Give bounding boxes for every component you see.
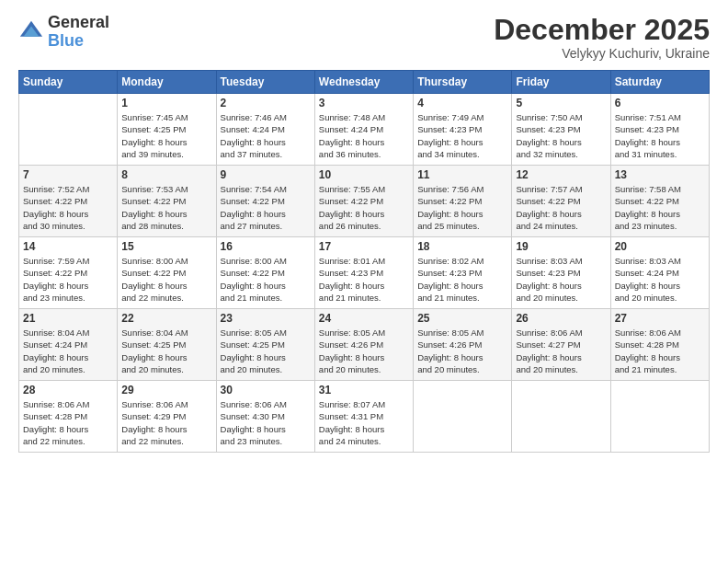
calendar-cell: 15Sunrise: 8:00 AMSunset: 4:22 PMDayligh…: [118, 237, 216, 309]
location: Velykyy Kuchuriv, Ukraine: [494, 46, 710, 61]
calendar-cell: 13Sunrise: 7:58 AMSunset: 4:22 PMDayligh…: [610, 166, 709, 237]
day-info: Sunrise: 8:06 AMSunset: 4:29 PMDaylight:…: [121, 398, 211, 447]
day-number: 5: [516, 97, 606, 109]
day-number: 1: [121, 97, 211, 109]
calendar-cell: 11Sunrise: 7:56 AMSunset: 4:22 PMDayligh…: [414, 166, 512, 237]
day-info: Sunrise: 7:52 AMSunset: 4:22 PMDaylight:…: [23, 183, 113, 232]
day-header: Sunday: [19, 71, 118, 94]
day-info: Sunrise: 7:50 AMSunset: 4:23 PMDaylight:…: [516, 111, 606, 160]
calendar-cell: 22Sunrise: 8:04 AMSunset: 4:25 PMDayligh…: [118, 309, 216, 381]
day-number: 29: [121, 384, 211, 396]
calendar-week-row: 1Sunrise: 7:45 AMSunset: 4:25 PMDaylight…: [19, 94, 710, 166]
calendar-cell: 12Sunrise: 7:57 AMSunset: 4:22 PMDayligh…: [512, 166, 610, 237]
calendar-week-row: 7Sunrise: 7:52 AMSunset: 4:22 PMDaylight…: [19, 166, 710, 237]
day-info: Sunrise: 8:05 AMSunset: 4:26 PMDaylight:…: [319, 327, 409, 375]
month-title: December 2025: [494, 14, 710, 46]
day-number: 22: [121, 312, 211, 325]
day-number: 3: [319, 97, 409, 109]
day-info: Sunrise: 7:51 AMSunset: 4:23 PMDaylight:…: [615, 111, 705, 160]
day-info: Sunrise: 8:06 AMSunset: 4:28 PMDaylight:…: [615, 327, 705, 375]
page: General Blue December 2025 Velykyy Kuchu…: [0, 0, 728, 563]
day-info: Sunrise: 7:49 AMSunset: 4:23 PMDaylight:…: [417, 111, 507, 160]
day-header: Tuesday: [216, 71, 314, 94]
day-number: 11: [417, 168, 507, 181]
day-info: Sunrise: 8:03 AMSunset: 4:24 PMDaylight:…: [615, 255, 705, 304]
day-info: Sunrise: 8:05 AMSunset: 4:25 PMDaylight:…: [221, 327, 311, 375]
calendar-week-row: 14Sunrise: 7:59 AMSunset: 4:22 PMDayligh…: [19, 237, 710, 309]
day-number: 19: [516, 240, 606, 253]
day-info: Sunrise: 7:56 AMSunset: 4:22 PMDaylight:…: [417, 183, 507, 232]
day-number: 17: [319, 240, 409, 253]
day-info: Sunrise: 8:04 AMSunset: 4:25 PMDaylight:…: [121, 327, 211, 375]
title-section: December 2025 Velykyy Kuchuriv, Ukraine: [494, 14, 710, 61]
day-number: 14: [23, 240, 113, 253]
calendar-cell: 23Sunrise: 8:05 AMSunset: 4:25 PMDayligh…: [216, 309, 314, 381]
day-info: Sunrise: 8:06 AMSunset: 4:27 PMDaylight:…: [516, 327, 606, 375]
calendar-cell: 24Sunrise: 8:05 AMSunset: 4:26 PMDayligh…: [314, 309, 413, 381]
logo: General Blue: [18, 14, 109, 51]
logo-text: General Blue: [48, 14, 109, 51]
calendar-cell: 7Sunrise: 7:52 AMSunset: 4:22 PMDaylight…: [19, 166, 118, 237]
day-header: Monday: [118, 71, 216, 94]
day-number: 20: [615, 240, 705, 253]
calendar-cell: 26Sunrise: 8:06 AMSunset: 4:27 PMDayligh…: [512, 309, 610, 381]
calendar-cell: 6Sunrise: 7:51 AMSunset: 4:23 PMDaylight…: [610, 94, 709, 166]
calendar-cell: 19Sunrise: 8:03 AMSunset: 4:23 PMDayligh…: [512, 237, 610, 309]
calendar-cell: 30Sunrise: 8:06 AMSunset: 4:30 PMDayligh…: [216, 381, 314, 453]
day-info: Sunrise: 8:06 AMSunset: 4:28 PMDaylight:…: [23, 398, 113, 447]
day-info: Sunrise: 8:00 AMSunset: 4:22 PMDaylight:…: [221, 255, 311, 304]
day-number: 10: [319, 168, 409, 181]
day-number: 27: [615, 312, 705, 325]
day-header: Thursday: [414, 71, 512, 94]
day-info: Sunrise: 7:53 AMSunset: 4:22 PMDaylight:…: [121, 183, 211, 232]
day-header: Wednesday: [314, 71, 413, 94]
calendar-cell: [610, 381, 709, 453]
calendar-cell: 25Sunrise: 8:05 AMSunset: 4:26 PMDayligh…: [414, 309, 512, 381]
calendar-cell: 1Sunrise: 7:45 AMSunset: 4:25 PMDaylight…: [118, 94, 216, 166]
day-number: 15: [121, 240, 211, 253]
day-number: 2: [221, 97, 311, 109]
calendar-cell: 9Sunrise: 7:54 AMSunset: 4:22 PMDaylight…: [216, 166, 314, 237]
calendar-cell: 27Sunrise: 8:06 AMSunset: 4:28 PMDayligh…: [610, 309, 709, 381]
calendar-cell: 4Sunrise: 7:49 AMSunset: 4:23 PMDaylight…: [414, 94, 512, 166]
day-number: 21: [23, 312, 113, 325]
day-info: Sunrise: 7:54 AMSunset: 4:22 PMDaylight:…: [221, 183, 311, 232]
day-info: Sunrise: 8:02 AMSunset: 4:23 PMDaylight:…: [417, 255, 507, 304]
day-number: 4: [417, 97, 507, 109]
calendar-cell: 3Sunrise: 7:48 AMSunset: 4:24 PMDaylight…: [314, 94, 413, 166]
day-info: Sunrise: 8:01 AMSunset: 4:23 PMDaylight:…: [319, 255, 409, 304]
header: General Blue December 2025 Velykyy Kuchu…: [18, 14, 710, 61]
calendar-cell: 21Sunrise: 8:04 AMSunset: 4:24 PMDayligh…: [19, 309, 118, 381]
calendar-cell: 31Sunrise: 8:07 AMSunset: 4:31 PMDayligh…: [314, 381, 413, 453]
calendar-week-row: 28Sunrise: 8:06 AMSunset: 4:28 PMDayligh…: [19, 381, 710, 453]
day-info: Sunrise: 8:05 AMSunset: 4:26 PMDaylight:…: [417, 327, 507, 375]
calendar-cell: [414, 381, 512, 453]
logo-icon: [18, 19, 44, 45]
day-info: Sunrise: 7:55 AMSunset: 4:22 PMDaylight:…: [319, 183, 409, 232]
day-header: Friday: [512, 71, 610, 94]
calendar-cell: 14Sunrise: 7:59 AMSunset: 4:22 PMDayligh…: [19, 237, 118, 309]
day-info: Sunrise: 8:07 AMSunset: 4:31 PMDaylight:…: [319, 398, 409, 447]
calendar-cell: 10Sunrise: 7:55 AMSunset: 4:22 PMDayligh…: [314, 166, 413, 237]
calendar-cell: 5Sunrise: 7:50 AMSunset: 4:23 PMDaylight…: [512, 94, 610, 166]
day-number: 13: [615, 168, 705, 181]
day-number: 24: [319, 312, 409, 325]
day-header: Saturday: [610, 71, 709, 94]
day-number: 12: [516, 168, 606, 181]
day-info: Sunrise: 7:57 AMSunset: 4:22 PMDaylight:…: [516, 183, 606, 232]
day-number: 16: [221, 240, 311, 253]
calendar-cell: [19, 94, 118, 166]
day-info: Sunrise: 8:00 AMSunset: 4:22 PMDaylight:…: [121, 255, 211, 304]
day-number: 18: [417, 240, 507, 253]
day-number: 30: [221, 384, 311, 396]
calendar-cell: [512, 381, 610, 453]
logo-general: General: [48, 14, 109, 32]
day-number: 23: [221, 312, 311, 325]
calendar-cell: 18Sunrise: 8:02 AMSunset: 4:23 PMDayligh…: [414, 237, 512, 309]
calendar-cell: 2Sunrise: 7:46 AMSunset: 4:24 PMDaylight…: [216, 94, 314, 166]
calendar-cell: 17Sunrise: 8:01 AMSunset: 4:23 PMDayligh…: [314, 237, 413, 309]
day-info: Sunrise: 7:46 AMSunset: 4:24 PMDaylight:…: [221, 111, 311, 160]
calendar-header-row: SundayMondayTuesdayWednesdayThursdayFrid…: [19, 71, 710, 94]
day-info: Sunrise: 8:06 AMSunset: 4:30 PMDaylight:…: [221, 398, 311, 447]
logo-blue: Blue: [48, 32, 109, 51]
